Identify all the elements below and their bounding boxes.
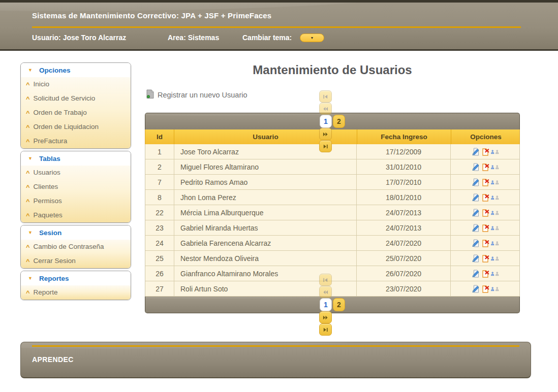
sidebar-section-header[interactable]: ▼ Reportes [21,271,131,285]
user-id-cell: 23 [145,220,174,235]
chevron-up-icon: ^ [26,81,30,88]
table-row: 25 Nestor Mendoza Oliveira 25/07/2020 [145,251,519,266]
person-icon[interactable] [490,254,499,263]
sidebar-item-clientes[interactable]: ^ Clientes [21,180,131,194]
paginator-first-button [319,90,332,103]
person-icon[interactable] [490,147,499,156]
user-date-cell: 17/07/2010 [357,175,451,189]
current-user-label: Usuario: Jose Toro Alcarraz [32,34,126,42]
edit-document-icon[interactable] [471,178,480,186]
edit-document-icon[interactable] [471,223,480,232]
sidebar-item-label: Paquetes [34,211,63,219]
sidebar-item-label: Clientes [34,183,58,190]
person-icon[interactable] [490,208,499,217]
sidebar-item-paquetes[interactable]: ^ Paquetes [21,208,131,222]
user-actions-cell [451,220,519,235]
paginator-last-button[interactable] [319,323,332,336]
delete-document-icon[interactable] [481,178,489,186]
chevron-up-icon: ^ [26,289,30,296]
sidebar-section-header[interactable]: ▼ Opciones [21,63,131,77]
app-title: Sistemas de Mantenimiento Correctivo: JP… [32,11,271,20]
paginator-prev-button [319,103,332,115]
column-header-usuario: Usuario [174,129,357,144]
edit-document-icon[interactable] [471,284,480,293]
person-icon[interactable] [490,162,499,171]
paginator-next-button[interactable] [319,311,332,323]
chevron-up-icon: ^ [26,212,30,219]
user-id-cell: 27 [145,281,174,296]
sidebar-item-orden-de-trabajo[interactable]: ^ Orden de Trabajo [21,106,131,120]
theme-dropdown[interactable]: ▼ [300,34,324,42]
sidebar-item-solicitud-de-servicio[interactable]: ^ Solicitud de Servicio [21,91,131,106]
sidebar-item-cerrar-sesion[interactable]: ^ Cerrar Sesion [21,254,131,268]
paginator-page-1-button[interactable]: 1 [320,298,332,311]
sidebar-item-reporte[interactable]: ^ Reporte [21,285,131,300]
paginator-page-2-button[interactable]: 2 [333,115,345,128]
edit-document-icon[interactable] [471,162,480,171]
delete-document-icon[interactable] [481,223,489,232]
sidebar-item-label: Cambio de Contraseña [34,243,104,250]
user-name-cell: Jhon Loma Perez [174,190,357,205]
user-date-cell: 31/01/2010 [357,159,451,174]
person-icon[interactable] [490,178,499,186]
user-id-cell: 22 [145,205,174,220]
sidebar-section-sesion: ▼ Sesion ^ Cambio de Contraseña ^ Cerrar… [20,225,131,269]
delete-document-icon[interactable] [481,147,489,156]
person-icon[interactable] [490,239,499,247]
triangle-down-icon: ▼ [28,276,33,281]
delete-document-icon[interactable] [481,162,489,171]
delete-document-icon[interactable] [481,193,489,202]
paginator-page-2-button[interactable]: 2 [333,298,345,311]
paginator-page-1-button[interactable]: 1 [320,115,332,128]
user-date-cell: 24/07/2013 [357,220,451,235]
delete-document-icon[interactable] [481,208,489,217]
person-icon[interactable] [490,284,499,293]
person-icon[interactable] [490,223,499,232]
sidebar-section-opciones: ▼ Opciones ^ Inicio ^ Solicitud de Servi… [20,62,131,149]
user-id-cell: 24 [145,236,174,250]
edit-document-icon[interactable] [471,269,480,278]
paginator-bottom: 12 [145,297,520,313]
person-icon[interactable] [490,193,499,202]
sidebar-item-label: PreFactura [34,137,68,145]
user-actions-cell [451,236,519,250]
sidebar-item-cambio-de-contrasena[interactable]: ^ Cambio de Contraseña [21,240,131,254]
sidebar-section-body: ^ Reporte [21,285,131,300]
user-actions-cell [451,190,519,205]
table-row: 7 Pedrito Ramos Amao 17/07/2010 [145,175,519,190]
sidebar-item-inicio[interactable]: ^ Inicio [21,77,131,91]
register-new-user-link[interactable]: Registrar un nuevo Usuario [146,89,247,101]
sidebar-item-label: Orden de Trabajo [34,109,87,116]
delete-document-icon[interactable] [481,269,489,278]
sidebar-item-label: Usuarios [34,169,60,176]
sidebar-item-label: Orden de Liquidacion [34,123,99,130]
column-header-opciones: Opciones [451,129,520,144]
sidebar-item-usuarios[interactable]: ^ Usuarios [21,166,131,180]
delete-document-icon[interactable] [481,284,489,293]
edit-document-icon[interactable] [471,147,480,156]
sidebar-section-header[interactable]: ▼ Tablas [21,151,131,166]
edit-document-icon[interactable] [471,254,480,263]
chevron-up-icon: ^ [26,138,30,145]
user-date-cell: 24/07/2020 [357,236,451,250]
edit-document-icon[interactable] [471,208,480,217]
table-row: 1 Jose Toro Alcarraz 17/12/2009 [145,144,519,159]
table-row: 22 Mércia Lima Alburquerque 24/07/2013 [145,205,519,220]
user-name-cell: Pedrito Ramos Amao [174,175,357,189]
sidebar-item-label: Cerrar Sesion [34,257,76,265]
delete-document-icon[interactable] [481,239,489,247]
user-date-cell: 26/07/2020 [357,266,451,281]
edit-document-icon[interactable] [471,193,480,202]
user-actions-cell [451,266,519,281]
delete-document-icon[interactable] [481,254,489,263]
person-icon[interactable] [490,269,499,278]
sidebar-item-prefactura[interactable]: ^ PreFactura [21,134,131,148]
sidebar-item-orden-de-liquidacion[interactable]: ^ Orden de Liquidacion [21,120,131,134]
sidebar-section-body: ^ Inicio ^ Solicitud de Servicio ^ Orden… [21,77,131,148]
user-id-cell: 26 [145,266,174,281]
sidebar-section-title: Sesion [39,229,61,237]
edit-document-icon[interactable] [471,239,480,247]
sidebar-section-tablas: ▼ Tablas ^ Usuarios ^ Clientes ^ Permiso… [20,151,131,223]
sidebar-section-header[interactable]: ▼ Sesion [21,225,131,240]
sidebar-item-permisos[interactable]: ^ Permisos [21,194,131,208]
